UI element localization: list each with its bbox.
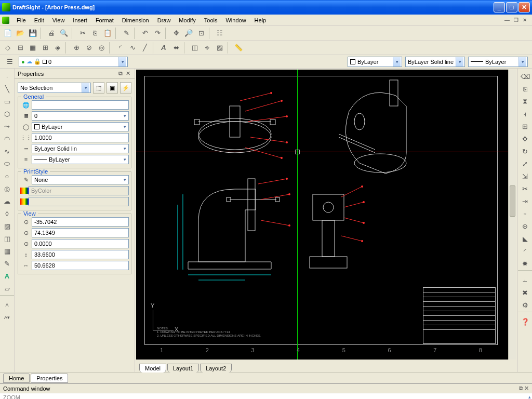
view-y-field[interactable]: 74.1349 (32, 228, 129, 237)
prop-color-field[interactable]: ByLayer (32, 122, 129, 131)
properties-dock-button[interactable]: ⧉ (117, 70, 124, 77)
options-tool-icon[interactable]: ⚙ (520, 299, 531, 311)
view-h-field[interactable]: 33.6600 (32, 250, 129, 259)
menu-window[interactable]: Window (221, 16, 250, 24)
rect-tool-icon[interactable]: ▭ (2, 96, 13, 107)
pline-icon[interactable]: ╱ (139, 42, 151, 54)
simplenote-tool-icon[interactable]: A▾ (2, 312, 13, 323)
print-button[interactable]: 🖨 (46, 28, 57, 39)
break-tool-icon[interactable]: ⨪ (520, 208, 531, 219)
minimize-button[interactable]: _ (494, 2, 505, 12)
menu-file[interactable]: File (12, 16, 30, 24)
quick-select-button[interactable]: ⚡ (120, 82, 131, 94)
snap-ext-icon[interactable]: ◈ (52, 42, 63, 54)
sheet-tab-model[interactable]: Model (139, 364, 166, 373)
fillet-tool-icon[interactable]: ◜ (520, 245, 531, 257)
arc-icon[interactable]: ◜ (114, 42, 126, 54)
select-objects-button[interactable]: ▣ (107, 82, 118, 94)
print-preview-button[interactable]: 🔍 (58, 28, 70, 39)
menu-format[interactable]: Format (91, 16, 118, 24)
hyperlink-field[interactable] (32, 100, 129, 110)
prop-scale-field[interactable]: 1.0000 (32, 133, 129, 142)
spline-tool-icon[interactable]: ∿ (2, 145, 13, 157)
circle-center-icon[interactable]: ⊕ (71, 42, 82, 54)
polygon-tool-icon[interactable]: ⬡ (2, 108, 13, 119)
help-tool-icon[interactable]: ❓ (520, 316, 531, 327)
command-history[interactable]: ▴ ZOOM Default: Dynamic Options: Bounds,… (0, 393, 532, 399)
doc-close-button[interactable]: ✕ (522, 17, 528, 23)
zoom-window-button[interactable]: ⊡ (195, 28, 207, 39)
doc-minimize-button[interactable]: — (503, 17, 511, 23)
brush-button[interactable]: ✎ (121, 28, 132, 39)
polyline-tool-icon[interactable]: ⤳ (2, 121, 13, 132)
settings-tool-icon[interactable]: ✖ (520, 287, 531, 298)
line-tool-icon[interactable]: ╲ (2, 83, 13, 95)
menu-view[interactable]: View (48, 16, 69, 24)
cloud-tool-icon[interactable]: ☁ (2, 195, 13, 207)
prop-linetype-field[interactable]: ByLayer Solid lin (32, 144, 129, 153)
extend-tool-icon[interactable]: ⇥ (520, 195, 531, 207)
cmd-dock-button[interactable]: ⧉ (519, 385, 523, 392)
copy-button[interactable]: ⎘ (89, 28, 101, 39)
hatch-button[interactable]: ▨ (214, 42, 225, 54)
properties-close-button[interactable]: ✕ (125, 70, 131, 77)
note-tool-icon[interactable]: ✎ (2, 258, 13, 269)
tab-properties[interactable]: Properties (31, 374, 68, 383)
undo-button[interactable]: ↶ (139, 28, 151, 39)
layer-manager-button[interactable]: ☰ (4, 56, 16, 68)
redo-button[interactable]: ↷ (152, 28, 163, 39)
circle-3p-icon[interactable]: ◎ (96, 42, 107, 54)
view-w-field[interactable]: 50.6628 (32, 261, 129, 270)
offset-tool-icon[interactable]: ⫞ (520, 108, 531, 119)
block-button[interactable]: ◫ (189, 42, 201, 54)
erase-tool-icon[interactable]: ⌫ (520, 71, 531, 82)
snap-midpoint-icon[interactable]: ⊟ (15, 42, 26, 54)
lineweight-combo[interactable]: ByLayer (468, 57, 528, 67)
prop-lineweight-field[interactable]: ByLayer (32, 155, 129, 164)
properties-toggle-button[interactable]: ☷ (214, 28, 225, 39)
open-button[interactable]: 📂 (15, 28, 26, 39)
view-x-field[interactable]: -35.7042 (32, 217, 129, 227)
menu-help[interactable]: Help (250, 16, 271, 24)
hatch-tool-icon[interactable]: ▨ (2, 220, 13, 232)
layer-combo[interactable]: ● ☁ 🔒 0 (19, 57, 128, 67)
text-tool-icon[interactable]: A (2, 299, 13, 311)
join-tool-icon[interactable]: ⊕ (520, 220, 531, 232)
tab-home[interactable]: Home (3, 374, 30, 383)
zoom-button[interactable]: 🔎 (183, 28, 194, 39)
save-button[interactable]: 💾 (27, 28, 38, 39)
snap-grid-icon[interactable]: ▦ (27, 42, 38, 54)
linetype-combo[interactable]: ByLayer Solid line (405, 57, 465, 67)
text-button[interactable]: A (158, 42, 169, 54)
prop-layer-field[interactable]: 0 (32, 111, 129, 121)
table-tool-icon[interactable]: ▦ (2, 245, 13, 257)
region-tool-icon[interactable]: ◊ (2, 208, 13, 219)
menu-insert[interactable]: Insert (69, 16, 91, 24)
align-tool-icon[interactable]: ⫠ (520, 274, 531, 286)
chamfer-tool-icon[interactable]: ◣ (520, 233, 531, 244)
rotate-tool-icon[interactable]: ↻ (520, 145, 531, 157)
pan-button[interactable]: ✥ (170, 28, 182, 39)
snap-polar-icon[interactable]: ⊞ (39, 42, 51, 54)
trim-tool-icon[interactable]: ✂ (520, 183, 531, 194)
arc-tool-icon[interactable]: ◠ (2, 133, 13, 144)
close-button[interactable]: ✕ (518, 2, 530, 12)
mirror-tool-icon[interactable]: ⧗ (520, 96, 531, 107)
circle-2p-icon[interactable]: ⊘ (83, 42, 95, 54)
canvas-scrollbar-v[interactable] (508, 70, 516, 360)
view-z-field[interactable]: 0.0000 (32, 239, 129, 248)
cut-button[interactable]: ✂ (77, 28, 88, 39)
snap-endpoint-icon[interactable]: ◇ (2, 42, 14, 54)
cmd-close-button[interactable]: ✕ (524, 385, 529, 392)
point-tool-icon[interactable]: · (2, 71, 13, 82)
insert-block-button[interactable]: ⎆ (202, 42, 213, 54)
mtext-tool-icon[interactable]: A (2, 270, 13, 282)
block-tool-icon[interactable]: ◫ (2, 233, 13, 244)
dim-button[interactable]: ⬌ (170, 42, 182, 54)
spline-icon[interactable]: ∿ (127, 42, 138, 54)
circle-tool-icon[interactable]: ○ (2, 170, 13, 182)
ellipse-tool-icon[interactable]: ⬭ (2, 158, 13, 169)
prop-printstyle-field[interactable]: None (32, 175, 129, 184)
menu-dimension[interactable]: Dimension (118, 16, 153, 24)
menu-tools[interactable]: Tools (200, 16, 222, 24)
